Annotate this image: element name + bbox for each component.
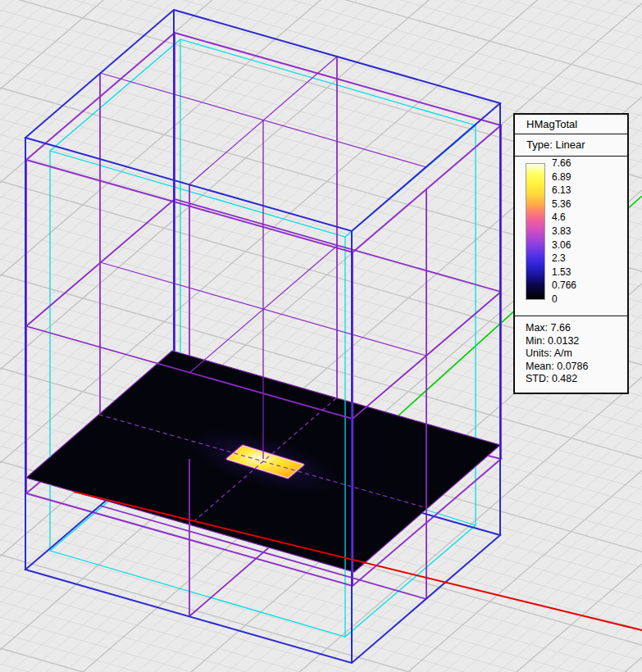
- stat-line: Max: 7.66: [526, 322, 624, 335]
- legend-title: HMagTotal: [515, 115, 627, 134]
- scale-tick-label: 3.83: [552, 225, 576, 237]
- legend-scale-type: Type: Linear: [515, 134, 627, 157]
- field-legend-panel[interactable]: HMagTotal Type: Linear 7.666.896.135.364…: [513, 113, 629, 394]
- scale-tick-label: 7.66: [552, 157, 576, 169]
- colorbar-gradient: [526, 163, 545, 300]
- scale-tick-label: 3.06: [552, 239, 576, 251]
- stat-line: Units: A/m: [526, 347, 624, 361]
- scale-tick-label: 4.6: [552, 211, 576, 223]
- legend-colorbar-section: 7.666.896.135.364.63.833.062.31.530.7660: [515, 157, 627, 316]
- scale-tick-label: 5.36: [552, 198, 576, 210]
- scale-tick-label: 1.53: [552, 266, 576, 278]
- stat-line: STD: 0.482: [526, 373, 624, 386]
- scale-tick-label: 0.766: [552, 279, 576, 291]
- 3d-modeler-viewport[interactable]: HMagTotal Type: Linear 7.666.896.135.364…: [0, 0, 642, 672]
- stat-line: Mean: 0.0786: [526, 361, 624, 374]
- scale-tick-label: 6.13: [552, 184, 576, 196]
- scale-tick-label: 0: [552, 293, 576, 305]
- scale-tick-label: 6.89: [552, 171, 576, 183]
- scale-tick-label: 2.3: [552, 252, 576, 264]
- colorbar-scale-labels: 7.666.896.135.364.63.833.062.31.530.7660: [552, 157, 576, 305]
- legend-statistics: Max: 7.66Min: 0.0132Units: A/mMean: 0.07…: [515, 316, 627, 393]
- stat-line: Min: 0.0132: [526, 335, 624, 348]
